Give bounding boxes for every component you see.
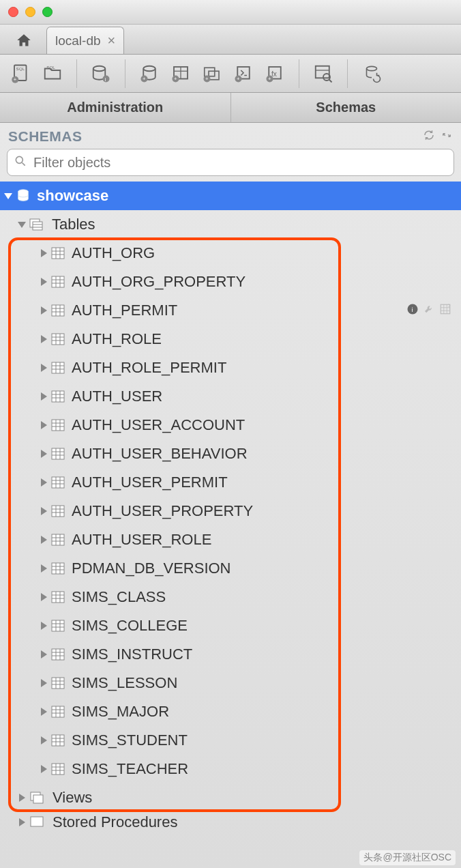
table-name-label: AUTH_USER_PROPERTY: [72, 502, 253, 520]
grid-icon[interactable]: [439, 303, 451, 319]
views-folder[interactable]: Views: [0, 783, 461, 812]
svg-text:i: i: [412, 305, 413, 313]
stored-procedures-folder[interactable]: Stored Procedures: [0, 812, 461, 833]
home-icon: [15, 32, 33, 50]
table-name-label: SIMS_TEACHER: [72, 760, 188, 778]
connection-tab[interactable]: local-db ×: [46, 27, 124, 54]
collapse-icon: [441, 129, 453, 141]
svg-rect-27: [316, 66, 329, 78]
server-status-button[interactable]: i: [87, 59, 115, 88]
svg-rect-86: [52, 477, 64, 488]
svg-rect-49: [52, 305, 64, 316]
new-view-button[interactable]: +: [198, 59, 226, 88]
table-node[interactable]: SIMS_STUDENT: [0, 726, 461, 755]
tab-label: local-db: [55, 33, 101, 48]
table-node[interactable]: AUTH_USER_BEHAVIOR: [0, 439, 461, 468]
views-icon: [29, 791, 46, 805]
chevron-right-icon: [41, 736, 47, 744]
table-node[interactable]: SIMS_INSTRUCT: [0, 640, 461, 669]
open-sql-file-button[interactable]: SQL: [38, 59, 67, 88]
home-button[interactable]: [7, 28, 41, 54]
table-icon: [51, 734, 65, 747]
reconnect-button[interactable]: [357, 59, 386, 88]
svg-rect-56: [441, 304, 450, 314]
toolbar: SQL+ SQL i + + + + fx+: [0, 55, 461, 93]
tab-administration[interactable]: Administration: [0, 93, 231, 122]
wrench-icon[interactable]: [423, 303, 435, 319]
table-node[interactable]: AUTH_ORG_PROPERTY: [0, 267, 461, 296]
table-node[interactable]: SIMS_TEACHER: [0, 755, 461, 783]
table-name-label: SIMS_COLLEGE: [72, 617, 188, 635]
table-icon: [51, 620, 65, 632]
chevron-right-icon: [41, 450, 47, 458]
new-table-button[interactable]: +: [166, 59, 195, 88]
views-folder-label: Views: [53, 789, 92, 807]
schema-name-label: showcase: [37, 187, 108, 205]
svg-point-8: [143, 66, 155, 71]
table-node[interactable]: AUTH_USER_ACCOUNT: [0, 411, 461, 439]
database-add-icon: +: [139, 63, 160, 84]
svg-line-30: [329, 79, 332, 82]
collapse-all-button[interactable]: [441, 129, 453, 145]
table-node[interactable]: AUTH_USER_ROLE: [0, 525, 461, 554]
table-node[interactable]: SIMS_MAJOR: [0, 697, 461, 726]
table-icon: [51, 763, 65, 775]
table-node[interactable]: AUTH_ORG: [0, 239, 461, 267]
chevron-right-icon: [41, 765, 47, 773]
info-icon[interactable]: i: [406, 303, 419, 319]
table-node[interactable]: SIMS_CLASS: [0, 583, 461, 611]
maximize-window-button[interactable]: [42, 7, 53, 17]
chevron-right-icon: [41, 536, 47, 544]
close-window-button[interactable]: [8, 7, 18, 17]
table-node[interactable]: PDMAN_DB_VERSION: [0, 554, 461, 583]
table-node[interactable]: AUTH_USER_PROPERTY: [0, 497, 461, 525]
table-icon: [51, 419, 65, 431]
table-icon: [51, 706, 65, 718]
svg-rect-136: [52, 764, 64, 775]
tables-icon: [29, 218, 45, 231]
server-info-icon: i: [91, 63, 111, 84]
table-node[interactable]: SIMS_COLLEGE: [0, 611, 461, 640]
table-node[interactable]: AUTH_ROLE: [0, 325, 461, 353]
table-icon: [51, 562, 65, 575]
chevron-right-icon: [41, 364, 47, 372]
table-icon: [51, 362, 65, 374]
reconnect-icon: [361, 63, 382, 84]
new-sql-file-button[interactable]: SQL+: [7, 59, 35, 88]
tab-schemas[interactable]: Schemas: [231, 93, 462, 122]
search-table-button[interactable]: [309, 59, 338, 88]
filter-objects-input[interactable]: [7, 149, 454, 176]
new-schema-button[interactable]: +: [135, 59, 164, 88]
chevron-right-icon: [41, 278, 47, 286]
svg-rect-96: [52, 534, 64, 545]
svg-rect-36: [33, 222, 42, 230]
new-procedure-button[interactable]: +: [229, 59, 258, 88]
table-name-label: AUTH_ORG: [72, 244, 155, 262]
table-name-label: SIMS_STUDENT: [72, 732, 188, 749]
refresh-schemas-button[interactable]: [423, 129, 435, 145]
svg-line-33: [23, 163, 25, 166]
table-icon: [51, 333, 65, 345]
table-icon: [51, 534, 65, 546]
minimize-window-button[interactable]: [25, 7, 35, 17]
tables-folder[interactable]: Tables: [0, 210, 461, 239]
table-node[interactable]: AUTH_ROLE_PERMIT: [0, 353, 461, 382]
chevron-right-icon: [41, 708, 47, 716]
procedures-icon: [29, 815, 46, 829]
chevron-down-icon: [18, 222, 26, 228]
chevron-right-icon: [41, 335, 47, 343]
table-node[interactable]: AUTH_USER: [0, 382, 461, 411]
new-function-button[interactable]: fx+: [261, 59, 289, 88]
function-add-icon: fx+: [265, 63, 285, 84]
chevron-right-icon: [41, 421, 47, 429]
table-node[interactable]: SIMS_LESSON: [0, 669, 461, 697]
close-tab-button[interactable]: ×: [108, 33, 116, 48]
chevron-right-icon: [41, 507, 47, 515]
table-node[interactable]: AUTH_PERMITi: [0, 296, 461, 325]
table-add-icon: +: [170, 63, 191, 84]
table-node[interactable]: AUTH_USER_PERMIT: [0, 468, 461, 497]
svg-rect-121: [52, 678, 64, 689]
table-name-label: SIMS_MAJOR: [72, 703, 169, 721]
chevron-right-icon: [41, 650, 47, 659]
schema-node[interactable]: showcase: [0, 182, 461, 210]
